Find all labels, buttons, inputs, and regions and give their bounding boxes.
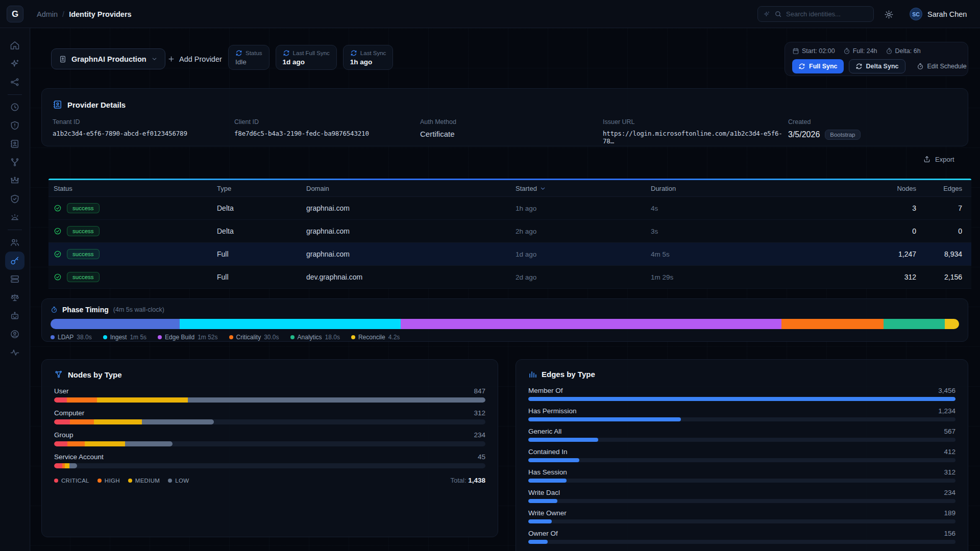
check-circle-icon — [54, 250, 62, 258]
chevron-icon — [151, 56, 158, 62]
column-header-duration[interactable]: Duration — [651, 185, 804, 192]
edge-type-count: 312 — [944, 468, 955, 476]
avatar[interactable]: SC — [910, 8, 922, 20]
edge-type-name: Generic All — [528, 428, 561, 435]
node-type-row: Computer 312 — [54, 409, 485, 424]
user-name: Sarah Chen — [927, 0, 967, 28]
chip-last-sync[interactable]: Last Sync1h ago — [343, 45, 394, 70]
cell-edges: 8,934 — [944, 250, 962, 258]
table-row[interactable]: successDeltagraphnai.com1h ago4s37 — [48, 197, 971, 220]
nodes-total: Total: 1,438 — [451, 477, 485, 484]
app-logo[interactable]: G — [7, 6, 23, 22]
check-circle-icon — [54, 273, 62, 281]
phase-legend-reconcile: Reconcile 4.2s — [351, 334, 400, 341]
severity-legend-high: HIGH — [97, 478, 120, 484]
legend-dot — [168, 479, 172, 483]
history-icon — [10, 102, 20, 112]
settings-gear-icon[interactable] — [882, 8, 895, 21]
cell-started: 2h ago — [516, 228, 651, 235]
severity-segment — [97, 397, 187, 403]
sidebar-item-key[interactable] — [5, 252, 24, 270]
sidebar-item-id-card[interactable] — [5, 135, 24, 153]
magnifier-icon — [774, 10, 782, 18]
sidebar-item-crown[interactable] — [5, 171, 24, 190]
severity-segment — [54, 463, 62, 468]
full-sync-button[interactable]: Full Sync — [792, 59, 844, 73]
sidebar-item-users[interactable] — [5, 233, 24, 252]
add-provider-label: Add Provider — [179, 55, 222, 63]
phase-legend-edge-build: Edge Build 1m 52s — [158, 334, 217, 341]
field-label: Issuer URL — [603, 118, 788, 126]
breadcrumb-admin[interactable]: Admin — [37, 10, 58, 18]
sidebar-item-home[interactable] — [5, 36, 24, 55]
sidebar-item-server[interactable] — [5, 270, 24, 288]
phase-segment-criticality — [781, 319, 884, 329]
severity-segment — [54, 397, 67, 403]
sidebar-item-shield-check[interactable] — [5, 190, 24, 208]
column-header-status[interactable]: Status — [54, 185, 217, 192]
sidebar-item-scale[interactable] — [5, 288, 24, 307]
phase-timing-subtitle: (4m 5s wall-clock) — [113, 306, 164, 313]
add-provider-button[interactable]: Add Provider — [162, 48, 227, 69]
phase-duration: 1m 52s — [198, 334, 217, 341]
edge-type-row: Member Of 3,456 — [528, 387, 955, 401]
schedule-start: Start: 02:00 — [792, 47, 835, 55]
edge-type-row: Write Owner 189 — [528, 509, 955, 523]
timer-icon — [917, 63, 924, 70]
sidebar-nav — [0, 28, 30, 551]
phase-timing-legend: LDAP 38.0s Ingest 1m 5s Edge Build 1m 52… — [51, 334, 959, 341]
phase-duration: 4.2s — [388, 334, 400, 341]
chip-last-full-sync[interactable]: Last Full Sync1d ago — [276, 45, 337, 70]
severity-segment — [125, 441, 173, 446]
export-button[interactable]: Export — [923, 155, 954, 163]
scale-icon — [10, 292, 20, 303]
search-input[interactable] — [786, 10, 876, 18]
sidebar-item-bot[interactable] — [5, 307, 24, 325]
sidebar-item-branch[interactable] — [5, 153, 24, 171]
sync-icon — [235, 49, 242, 57]
table-row[interactable]: successFulldev.graphnai.com2d ago1m 29s3… — [48, 266, 971, 289]
cell-nodes: 1,247 — [898, 250, 916, 258]
siren-icon — [10, 212, 20, 222]
column-header-domain[interactable]: Domain — [306, 185, 516, 192]
table-row[interactable]: successDeltagraphnai.com2h ago3s00 — [48, 220, 971, 243]
table-row[interactable]: successFullgraphnai.com1d ago4m 5s1,2478… — [48, 243, 971, 266]
sidebar-item-flow[interactable] — [5, 73, 24, 91]
id-card-icon — [10, 139, 20, 149]
sidebar-item-sparkles[interactable] — [5, 55, 24, 73]
node-type-row: User 847 — [54, 387, 485, 403]
bar-track — [528, 540, 955, 544]
sidebar-item-shield-alert[interactable] — [5, 116, 24, 135]
severity-segment — [188, 397, 485, 403]
node-type-name: User — [54, 387, 69, 395]
bar-track — [54, 463, 485, 468]
home-icon — [10, 40, 20, 51]
field-value: Certificate — [420, 130, 603, 138]
sidebar-divider — [8, 94, 22, 95]
legend-dot — [290, 335, 295, 339]
bot-icon — [10, 311, 20, 321]
cell-domain: dev.graphnai.com — [306, 273, 516, 281]
chip-status[interactable]: StatusIdle — [228, 45, 270, 70]
sidebar-item-siren[interactable] — [5, 208, 24, 227]
column-header-type[interactable]: Type — [217, 185, 306, 192]
bar-fill — [54, 419, 214, 424]
sidebar-item-history[interactable] — [5, 98, 24, 116]
sidebar-item-activity[interactable] — [5, 343, 24, 362]
bar-fill — [528, 458, 579, 462]
edit-schedule-button[interactable]: Edit Schedule — [911, 59, 973, 73]
cell-duration: 1m 29s — [651, 273, 804, 281]
phase-duration: 18.0s — [325, 334, 340, 341]
column-header-edges[interactable]: Edges — [943, 185, 962, 192]
id-badge-icon — [59, 55, 67, 63]
crown-icon — [10, 176, 20, 186]
cell-duration: 4m 5s — [651, 251, 804, 258]
search-box[interactable] — [757, 6, 874, 22]
column-header-nodes[interactable]: Nodes — [897, 185, 916, 192]
sidebar-item-user-circle[interactable] — [5, 325, 24, 343]
delta-sync-button[interactable]: Delta Sync — [849, 59, 905, 73]
column-header-started[interactable]: Started — [516, 185, 651, 192]
id-card-icon — [53, 99, 63, 110]
severity-segment — [54, 441, 67, 446]
provider-selector[interactable]: GraphnAI Production — [51, 48, 165, 69]
